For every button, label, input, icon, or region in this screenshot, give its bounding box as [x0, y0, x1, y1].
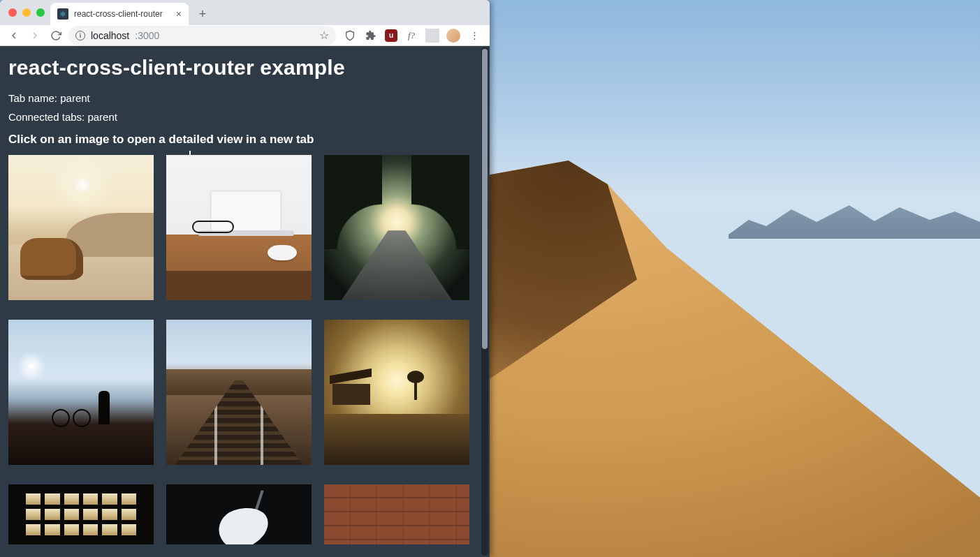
gallery-image[interactable]	[166, 320, 312, 465]
tab-strip: ⚛ react-cross-client-router × +	[0, 0, 490, 25]
tab-title: react-cross-client-router	[74, 9, 163, 19]
browser-window: ⚛ react-cross-client-router × + i localh…	[0, 0, 490, 557]
react-favicon-icon: ⚛	[57, 8, 68, 20]
plus-icon: +	[199, 7, 207, 22]
reload-icon	[50, 30, 61, 41]
forward-button[interactable]	[27, 27, 43, 44]
gallery-image[interactable]	[8, 484, 154, 544]
instruction-heading: Click on an image to open a detailed vie…	[8, 133, 480, 147]
profile-avatar-icon[interactable]	[446, 29, 460, 43]
new-tab-button[interactable]: +	[193, 4, 212, 24]
browser-toolbar: i localhost:3000 ☆ u f? ⋮	[0, 25, 490, 46]
reload-button[interactable]	[47, 27, 64, 44]
shield-icon[interactable]	[343, 29, 357, 43]
tab-name-label: Tab name:	[8, 92, 60, 104]
arrow-left-icon	[8, 30, 20, 41]
address-bar[interactable]: i localhost:3000 ☆	[68, 26, 336, 45]
connected-tabs-value: parent	[87, 111, 117, 123]
window-controls	[8, 8, 45, 17]
tab-name-value: parent	[60, 92, 90, 104]
window-close-button[interactable]	[8, 8, 17, 17]
page-title: react-cross-client-router example	[8, 56, 480, 80]
page-content: react-cross-client-router example Tab na…	[0, 46, 480, 557]
bookmark-star-icon[interactable]: ☆	[319, 29, 329, 42]
puzzle-icon[interactable]	[364, 29, 378, 43]
url-port: :3000	[135, 30, 159, 41]
scrollbar-thumb[interactable]	[482, 49, 488, 349]
image-grid	[8, 155, 480, 557]
url-host: localhost	[91, 30, 129, 41]
gallery-image[interactable]	[324, 155, 469, 300]
window-minimize-button[interactable]	[22, 8, 31, 17]
extension-icons: u f? ⋮	[340, 29, 484, 43]
tab-name-line: Tab name: parent	[8, 92, 480, 104]
site-info-icon[interactable]: i	[75, 31, 85, 40]
gallery-image[interactable]	[324, 320, 469, 465]
vertical-scrollbar[interactable]	[481, 47, 488, 556]
ublock-badge-icon[interactable]: u	[385, 29, 397, 42]
browser-tab[interactable]: ⚛ react-cross-client-router ×	[50, 3, 189, 25]
arrow-right-icon	[29, 30, 41, 41]
connected-tabs-line: Connected tabs: parent	[8, 111, 480, 123]
window-maximize-button[interactable]	[36, 8, 45, 17]
connected-tabs-label: Connected tabs:	[8, 111, 87, 123]
toolbar-divider	[425, 29, 439, 43]
tab-close-icon[interactable]: ×	[176, 9, 182, 19]
kebab-menu-icon[interactable]: ⋮	[467, 29, 481, 43]
gallery-image[interactable]	[8, 155, 154, 300]
gallery-image[interactable]	[324, 484, 469, 544]
back-button[interactable]	[6, 27, 22, 44]
page-viewport: react-cross-client-router example Tab na…	[0, 46, 490, 557]
gallery-image[interactable]	[8, 320, 154, 465]
gallery-image[interactable]	[166, 155, 312, 300]
gallery-image[interactable]	[166, 484, 312, 544]
font-helper-icon[interactable]: f?	[404, 29, 418, 43]
